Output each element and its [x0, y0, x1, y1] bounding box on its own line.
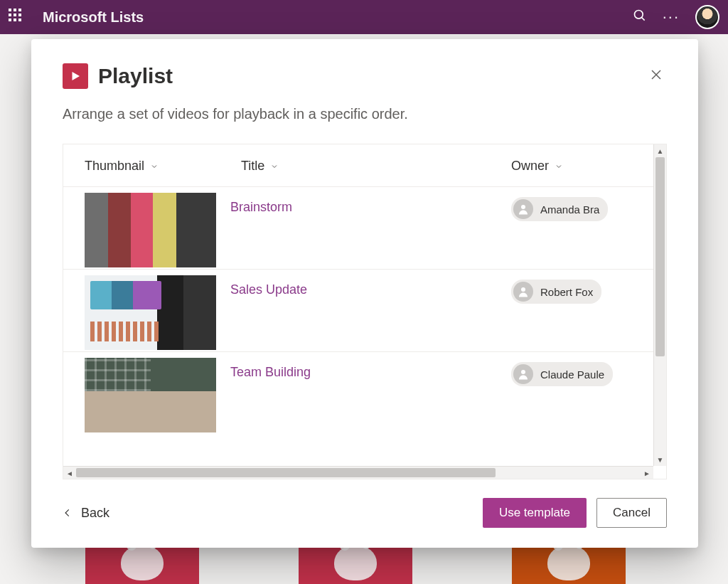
footer-actions: Use template Cancel [483, 498, 667, 528]
bg-card [512, 541, 626, 584]
row-owner: Claude Paule [511, 358, 632, 386]
dialog-footer: Back Use template Cancel [63, 479, 667, 528]
table-row[interactable]: Team Building Claude Paule [63, 352, 653, 423]
row-owner: Robert Fox [511, 275, 632, 304]
table-row[interactable]: Brainstorm Amanda Bra [63, 187, 653, 270]
search-icon[interactable] [633, 9, 647, 26]
chevron-down-icon [270, 162, 279, 171]
app-launcher-icon[interactable] [9, 9, 26, 26]
template-preview-dialog: Playlist Arrange a set of videos for pla… [31, 39, 698, 548]
chevron-down-icon [150, 162, 159, 171]
person-pill[interactable]: Amanda Bra [511, 197, 608, 221]
back-label: Back [81, 506, 109, 521]
person-pill[interactable]: Robert Fox [511, 280, 601, 304]
svg-marker-2 [73, 72, 80, 80]
svg-point-6 [521, 287, 525, 292]
scroll-up-icon[interactable]: ▲ [654, 144, 666, 157]
horizontal-scrollbar[interactable]: ◄ ► [63, 466, 653, 479]
table-row[interactable]: Sales Update Robert Fox [63, 270, 653, 352]
app-bar: Microsoft Lists ··· [0, 0, 728, 34]
person-name: Claude Paule [540, 368, 604, 381]
scroll-down-icon[interactable]: ▼ [654, 453, 666, 466]
video-thumbnail [85, 275, 216, 350]
row-title[interactable]: Brainstorm [216, 193, 511, 215]
person-name: Amanda Bra [540, 203, 599, 216]
scroll-left-icon[interactable]: ◄ [63, 467, 76, 479]
column-header-title[interactable]: Title [241, 159, 511, 174]
video-thumbnail [85, 358, 216, 432]
svg-point-5 [521, 205, 525, 209]
bg-card [85, 541, 199, 584]
column-header-thumbnail[interactable]: Thumbnail [85, 159, 241, 174]
person-name: Robert Fox [540, 286, 593, 298]
dialog-subtitle: Arrange a set of videos for playback in … [63, 106, 667, 122]
appbar-actions: ··· [633, 5, 719, 29]
person-avatar-icon [513, 364, 533, 384]
dialog-title: Playlist [98, 64, 646, 88]
playlist-icon [63, 63, 88, 89]
scroll-thumb[interactable] [655, 157, 665, 356]
column-label: Thumbnail [85, 159, 144, 174]
bg-card [299, 541, 412, 584]
svg-line-1 [641, 18, 644, 21]
scroll-thumb[interactable] [76, 468, 496, 477]
use-template-button[interactable]: Use template [483, 498, 587, 528]
vertical-scrollbar[interactable]: ▲ ▼ [653, 144, 666, 466]
dialog-header: Playlist [63, 63, 667, 89]
row-owner: Amanda Bra [511, 193, 632, 221]
back-button[interactable]: Back [63, 506, 109, 521]
chevron-left-icon [63, 508, 73, 518]
svg-point-0 [634, 11, 643, 19]
close-button[interactable] [646, 64, 667, 88]
user-avatar[interactable] [695, 5, 719, 29]
more-icon[interactable]: ··· [663, 9, 680, 25]
app-title: Microsoft Lists [43, 9, 633, 26]
column-label: Title [241, 159, 264, 174]
person-pill[interactable]: Claude Paule [511, 362, 613, 386]
row-title[interactable]: Sales Update [216, 275, 511, 297]
scroll-right-icon[interactable]: ► [641, 467, 653, 479]
column-label: Owner [511, 159, 549, 174]
video-thumbnail [85, 193, 216, 267]
table-header: Thumbnail Title Owner [63, 144, 653, 187]
column-header-owner[interactable]: Owner [511, 159, 632, 174]
chevron-down-icon [555, 162, 563, 171]
svg-point-7 [521, 370, 525, 374]
person-avatar-icon [513, 282, 533, 302]
template-preview-table: Thumbnail Title Owner Brainstorm [63, 144, 667, 479]
row-title[interactable]: Team Building [216, 358, 511, 380]
cancel-button[interactable]: Cancel [596, 498, 667, 528]
person-avatar-icon [513, 199, 533, 219]
